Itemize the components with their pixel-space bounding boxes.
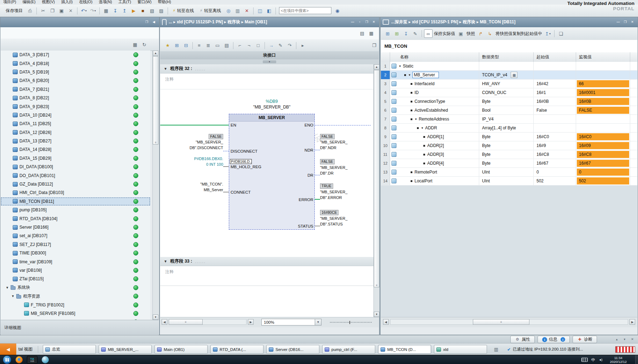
expand-triangle-icon[interactable]: ▼ — [421, 127, 424, 130]
undo-icon[interactable]: ↶▾ — [80, 6, 88, 15]
online-tools-icon[interactable]: ▨ — [157, 6, 166, 15]
menu-item[interactable]: 视图(V) — [42, 0, 55, 5]
close-all-networks-icon[interactable]: ≣ — [204, 41, 213, 49]
taskbar-button[interactable]: MB_SERVER_... — [99, 345, 152, 354]
pin-eno[interactable]: ENO — [265, 123, 313, 127]
start-button[interactable] — [3, 356, 11, 364]
watch-table-row[interactable]: 7▼RemoteAddressIP_V4 — [381, 115, 637, 124]
tia-portal-taskbar-icon[interactable]: TIA V15 — [27, 356, 37, 364]
scroll-right-icon[interactable]: ▶ — [248, 319, 254, 325]
watch-table-row[interactable]: 2▼MB_ServerTCON_IP_v4▦ — [381, 71, 637, 80]
scroll-left-icon[interactable]: ◀ — [162, 319, 167, 325]
tree-item[interactable]: DATA_10 [DB24] — [1, 111, 150, 119]
tree-item[interactable]: DI_DATA [DB100] — [1, 163, 150, 171]
inspector-up-icon[interactable]: ▴ — [614, 336, 620, 342]
pin-en[interactable]: EN — [231, 123, 236, 127]
pin-connect[interactable]: CONNECT — [231, 190, 251, 194]
cell-start-value[interactable]: False — [534, 106, 576, 115]
minimize-icon[interactable]: — — [615, 19, 621, 25]
start-simulation-icon[interactable]: ▥ — [233, 6, 242, 15]
watch-table-row[interactable]: 8▼ADDRArray[1..4] of Byte — [381, 124, 637, 133]
editor-vscrollbar[interactable]: ▲ ≡ ▼ — [373, 64, 379, 317]
tree-item[interactable]: TIME [DB300] — [1, 249, 150, 257]
cell-name[interactable]: ActiveEstablished — [390, 106, 479, 115]
scroll-up-icon[interactable]: ▲ — [374, 64, 379, 70]
tree-item[interactable]: DATA_5 [DB19] — [1, 68, 150, 76]
cell-start-value[interactable]: 502 — [534, 177, 576, 185]
volume-icon[interactable]: ◄) — [599, 358, 602, 362]
open-all-networks-icon[interactable]: ≡ — [195, 41, 203, 49]
network-33-comment[interactable]: 注释 — [165, 269, 174, 275]
filter-view-icon[interactable]: ▦ — [131, 40, 139, 49]
cell-datatype[interactable]: Byte — [479, 159, 534, 168]
refresh-icon[interactable]: ↻ — [140, 40, 149, 49]
watch-table-row[interactable]: 1▼Static — [381, 62, 637, 71]
cell-monitor-value[interactable]: 502 — [576, 177, 630, 185]
pin-panel-icon[interactable]: ❐ — [144, 19, 150, 25]
cell-name[interactable]: ▼Static — [390, 62, 479, 70]
hscroll-thumb[interactable]: ≡ — [169, 319, 203, 325]
browser-icon[interactable] — [16, 356, 23, 363]
taskbar-button[interactable]: 总览 — [43, 345, 96, 354]
scroll-up-icon[interactable]: ▲ — [153, 51, 158, 56]
detach-editor-icon[interactable]: ❐ — [370, 41, 378, 49]
error-operand-line2[interactable]: DB".ERROR — [320, 195, 342, 200]
datatype-select-icon[interactable]: ▦ — [511, 72, 517, 78]
cell-start-value[interactable]: 16#9 — [534, 141, 576, 150]
tree-item[interactable]: RTD_DATA [DB104] — [1, 214, 150, 223]
edit-values-icon[interactable]: ✎ — [411, 29, 419, 38]
taskbar-button[interactable]: xld — [434, 345, 487, 354]
maximize-icon[interactable]: ❐ — [364, 19, 370, 25]
cell-monitor-value[interactable]: 16#C0 — [576, 133, 630, 141]
jump-label-icon[interactable]: ↷ — [285, 41, 294, 49]
header-monitorvalue[interactable]: 监视值 — [576, 52, 630, 62]
cell-start-value[interactable] — [534, 115, 576, 123]
redo-icon[interactable]: ↷▾ — [89, 6, 97, 15]
watch-table-row[interactable]: 11ADDR[3]Byte16#C816#C8 — [381, 150, 637, 159]
inspector-close-icon[interactable]: ✕ — [629, 336, 636, 342]
cell-monitor-value[interactable] — [576, 115, 630, 123]
cell-monitor-value[interactable] — [576, 124, 630, 132]
split-editor-vertical-icon[interactable]: ◧ — [265, 6, 273, 15]
pin-holdreg-actual-box[interactable]: P#DB166.D... — [230, 159, 252, 164]
network-33-header[interactable]: ▼ 程序段 33 : ...... — [160, 257, 374, 266]
taskbar-button[interactable]: Main (OB1) — [155, 345, 208, 354]
expand-triangle-icon[interactable]: ▼ — [399, 65, 401, 68]
cell-start-value[interactable]: 16#C0 — [534, 133, 576, 141]
cell-monitor-value[interactable]: 16#C8 — [576, 150, 630, 159]
watch-breadcrumb[interactable]: ...深井泵 ▸ xld [CPU 1512SP-1 PN] ▸ 程序块 ▸ M… — [391, 19, 613, 25]
cell-start-value[interactable] — [534, 62, 576, 70]
add-row-icon[interactable]: ⊞ — [393, 29, 401, 38]
open-branch-icon[interactable]: ⌐ — [236, 41, 244, 49]
watch-table-row[interactable]: 6ActiveEstablishedBoolFalseFALSE — [381, 106, 637, 115]
header-startvalue[interactable]: 起始值 — [534, 52, 576, 62]
compile-icon[interactable]: ▦ — [102, 6, 110, 15]
cell-name[interactable]: ADDR[4] — [390, 159, 479, 168]
cell-name[interactable]: ADDR[2] — [390, 141, 479, 150]
zoom-slider[interactable] — [330, 322, 372, 323]
tree-item[interactable]: DATA_9 [DB23] — [1, 102, 150, 111]
monitor-all-icon[interactable]: ∞ — [424, 29, 433, 38]
cell-datatype[interactable]: Byte — [479, 141, 534, 150]
expand-table-icon[interactable]: ❏ — [557, 29, 565, 38]
tab-info[interactable]: i信息i — [538, 336, 570, 343]
watch-titlebar[interactable]: ...深井泵 ▸ xld [CPU 1512SP-1 PN] ▸ 程序块 ▸ M… — [381, 17, 638, 27]
show-interfaces-icon[interactable]: ▥ — [492, 345, 500, 354]
cell-datatype[interactable]: Byte — [479, 97, 534, 106]
paste-icon[interactable]: ▣ — [57, 6, 66, 15]
insert-row-icon[interactable]: ⊞ — [383, 29, 392, 38]
network-32-comment[interactable]: 注释 — [165, 76, 174, 82]
keyboard-icon[interactable] — [581, 358, 588, 362]
menu-item[interactable]: 选项(N) — [99, 0, 112, 5]
scroll-down-icon[interactable]: ▼ — [153, 315, 158, 320]
copy-snapshot-down-icon[interactable]: ↳ — [486, 29, 494, 38]
messenger-icon[interactable] — [42, 356, 49, 363]
cell-name[interactable]: ConnectionType — [390, 97, 479, 106]
tree-item[interactable]: MB_SERVER [FB1085] — [1, 309, 150, 318]
tree-item[interactable]: ▼系统块 — [1, 283, 150, 292]
cell-name[interactable]: LocalPort — [390, 177, 479, 185]
network-comment-icon[interactable]: ▤ — [222, 41, 231, 49]
load-values-icon[interactable]: ↧ — [402, 29, 410, 38]
tree-item[interactable]: DATA_12 [DB26] — [1, 128, 150, 137]
more-commands-icon[interactable]: ▸ — [298, 41, 307, 49]
